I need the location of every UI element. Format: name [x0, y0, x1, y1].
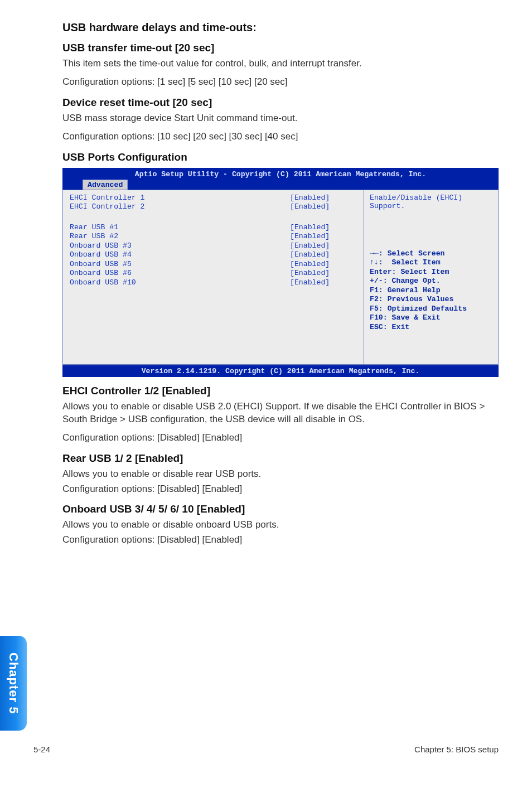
- bios-setting-value: [Enabled]: [290, 241, 357, 251]
- bios-left-panel: EHCI Controller 1 [Enabled] EHCI Control…: [63, 190, 364, 364]
- paragraph: Configuration options: [1 sec] [5 sec] […: [62, 76, 499, 89]
- paragraph: Allows you to enable or disable USB 2.0 …: [62, 400, 499, 426]
- paragraph: Configuration options: [Disabled] [Enabl…: [62, 432, 499, 445]
- bios-setting-value: [Enabled]: [290, 223, 357, 233]
- paragraph: Configuration options: [Disabled] [Enabl…: [62, 483, 499, 496]
- bios-tab-advanced[interactable]: Advanced: [83, 180, 128, 190]
- chapter-label: Chapter 5: BIOS setup: [414, 745, 499, 754]
- bios-right-panel: Enable/Disable (EHCI) Support. →←: Selec…: [364, 190, 498, 364]
- bios-setting-value: [Enabled]: [290, 250, 357, 260]
- bios-setting-label: Onboard USB #6: [70, 269, 290, 278]
- chapter-side-tab: Chapter 5: [0, 636, 27, 731]
- bios-key-help: →←: Select Screen ↑↓: Select Item Enter:…: [370, 249, 492, 332]
- bios-setting-value: [Enabled]: [290, 232, 357, 241]
- bios-setting-value: [Enabled]: [290, 202, 357, 212]
- heading-usb-transfer-timeout: USB transfer time-out [20 sec]: [62, 42, 499, 54]
- heading-ehci-controller: EHCI Controller 1/2 [Enabled]: [62, 385, 499, 397]
- bios-setting-label: Onboard USB #3: [70, 241, 290, 251]
- bios-setting-label: EHCI Controller 1: [70, 194, 290, 203]
- bios-setting-label: Onboard USB #5: [70, 260, 290, 269]
- bios-setting-value: [Enabled]: [290, 194, 357, 203]
- chapter-side-tab-label: Chapter 5: [6, 653, 21, 714]
- heading-device-reset-timeout: Device reset time-out [20 sec]: [62, 96, 499, 109]
- bios-header: Aptio Setup Utility - Copyright (C) 2011…: [62, 168, 499, 190]
- bios-setting-value: [Enabled]: [290, 269, 357, 278]
- bios-footer: Version 2.14.1219. Copyright (C) 2011 Am…: [62, 365, 499, 377]
- bios-screenshot: Aptio Setup Utility - Copyright (C) 2011…: [62, 168, 499, 377]
- bios-row[interactable]: Onboard USB #5 [Enabled]: [70, 260, 357, 269]
- bios-setting-label: Onboard USB #10: [70, 278, 290, 288]
- bios-setting-label: Rear USB #1: [70, 223, 290, 233]
- paragraph: Allows you to enable or disable rear USB…: [62, 468, 499, 481]
- bios-setting-label: Onboard USB #4: [70, 250, 290, 260]
- bios-setting-label: EHCI Controller 2: [70, 202, 290, 212]
- bios-help-description: Enable/Disable (EHCI) Support.: [370, 194, 492, 210]
- bios-row[interactable]: EHCI Controller 2 [Enabled]: [70, 202, 357, 212]
- bios-tab-row: Advanced: [67, 180, 494, 190]
- paragraph: Allows you to enable or disable onboard …: [62, 519, 499, 532]
- spacer: [70, 212, 357, 223]
- paragraph: Configuration options: [10 sec] [20 sec]…: [62, 131, 499, 143]
- bios-row[interactable]: Rear USB #2 [Enabled]: [70, 232, 357, 241]
- page-number: 5-24: [33, 745, 50, 754]
- bios-row[interactable]: Onboard USB #4 [Enabled]: [70, 250, 357, 260]
- heading-onboard-usb: Onboard USB 3/ 4/ 5/ 6/ 10 [Enabled]: [62, 503, 499, 515]
- bios-body: EHCI Controller 1 [Enabled] EHCI Control…: [62, 190, 499, 365]
- paragraph: Configuration options: [Disabled] [Enabl…: [62, 534, 499, 547]
- bios-row[interactable]: Onboard USB #6 [Enabled]: [70, 269, 357, 278]
- paragraph: This item sets the time-out value for co…: [62, 57, 499, 70]
- bios-setting-value: [Enabled]: [290, 278, 357, 288]
- bios-row[interactable]: Onboard USB #3 [Enabled]: [70, 241, 357, 251]
- bios-setting-value: [Enabled]: [290, 260, 357, 269]
- heading-usb-ports-configuration: USB Ports Configuration: [62, 151, 499, 163]
- paragraph: USB mass storage device Start Unit comma…: [62, 112, 499, 125]
- bios-setting-label: Rear USB #2: [70, 232, 290, 241]
- heading-usb-hardware-delays: USB hardware delays and time-outs:: [62, 21, 499, 34]
- document-page: USB hardware delays and time-outs: USB t…: [0, 0, 532, 770]
- heading-rear-usb: Rear USB 1/ 2 [Enabled]: [62, 452, 499, 465]
- page-footer: 5-24 Chapter 5: BIOS setup: [33, 745, 499, 754]
- bios-row[interactable]: EHCI Controller 1 [Enabled]: [70, 194, 357, 203]
- bios-title: Aptio Setup Utility - Copyright (C) 2011…: [67, 170, 494, 180]
- bios-row[interactable]: Rear USB #1 [Enabled]: [70, 223, 357, 233]
- bios-row[interactable]: Onboard USB #10 [Enabled]: [70, 278, 357, 288]
